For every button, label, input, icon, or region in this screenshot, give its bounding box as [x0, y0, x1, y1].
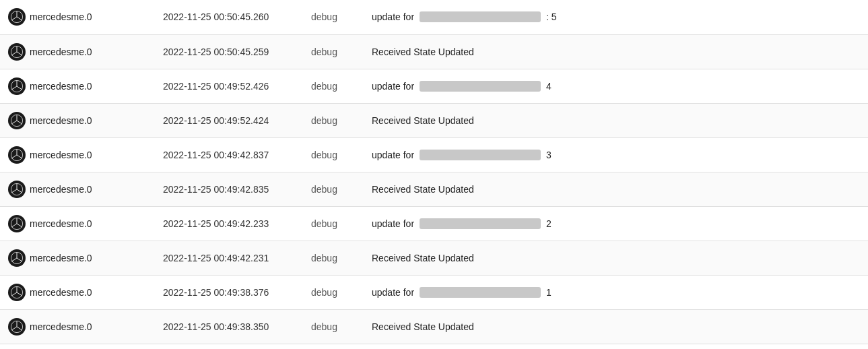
redacted-content — [420, 81, 541, 92]
table-row: mercedesme.02022-11-25 00:49:38.350debug… — [0, 309, 868, 344]
source-label: mercedesme.0 — [30, 218, 92, 229]
table-row: mercedesme.02022-11-25 00:49:42.233debug… — [0, 206, 868, 241]
timestamp-cell: 2022-11-25 00:49:52.426 — [155, 69, 303, 103]
svg-line-14 — [11, 121, 17, 124]
source-cell: mercedesme.0 — [0, 0, 155, 34]
mercedes-icon — [8, 112, 26, 129]
redacted-content — [420, 218, 541, 229]
redacted-content — [420, 287, 541, 298]
svg-line-26 — [11, 224, 17, 227]
source-cell: mercedesme.0 — [0, 34, 155, 69]
table-row: mercedesme.02022-11-25 00:49:42.835debug… — [0, 172, 868, 206]
source-label: mercedesme.0 — [30, 253, 92, 263]
message-text: Received State Updated — [372, 115, 474, 126]
timestamp-cell: 2022-11-25 00:49:38.350 — [155, 309, 303, 344]
mercedes-icon — [8, 215, 26, 232]
source-label: mercedesme.0 — [30, 150, 92, 160]
message-text: update for — [372, 287, 414, 298]
source-cell: S shelly.0 — [0, 344, 155, 349]
table-row: mercedesme.02022-11-25 00:50:45.260debug… — [0, 0, 868, 34]
redacted-content — [420, 150, 541, 160]
svg-line-27 — [17, 224, 22, 227]
mercedes-icon — [8, 43, 26, 61]
table-row: mercedesme.02022-11-25 00:49:42.837debug… — [0, 137, 868, 172]
message-suffix: 3 — [546, 150, 552, 160]
level-cell: debug — [303, 137, 364, 172]
svg-line-18 — [11, 155, 17, 158]
source-label: mercedesme.0 — [30, 115, 92, 126]
level-cell: debug — [303, 69, 364, 103]
table-row: mercedesme.02022-11-25 00:49:52.426debug… — [0, 69, 868, 103]
level-cell: debug — [303, 172, 364, 206]
message-text: Received State Updated — [372, 46, 474, 57]
svg-line-7 — [17, 52, 22, 55]
mercedes-icon — [8, 181, 26, 198]
source-cell: mercedesme.0 — [0, 206, 155, 241]
message-cell: Received State Updated — [364, 34, 868, 69]
svg-line-38 — [11, 327, 17, 330]
message-text: update for — [372, 11, 414, 22]
source-cell: mercedesme.0 — [0, 275, 155, 309]
table-row: mercedesme.02022-11-25 00:50:45.259debug… — [0, 34, 868, 69]
level-cell: debug — [303, 241, 364, 275]
message-text: Received State Updated — [372, 184, 474, 195]
timestamp-cell: 2022-11-25 00:50:45.259 — [155, 34, 303, 69]
source-label: mercedesme.0 — [30, 81, 92, 92]
timestamp-cell: 2022-11-25 00:50:45.260 — [155, 0, 303, 34]
level-cell: debug — [303, 34, 364, 69]
source-cell: mercedesme.0 — [0, 172, 155, 206]
svg-line-35 — [17, 292, 22, 296]
source-label: mercedesme.0 — [30, 46, 92, 57]
timestamp-cell: 2022-11-25 00:49:42.837 — [155, 137, 303, 172]
svg-line-39 — [17, 327, 22, 330]
svg-line-3 — [17, 17, 22, 20]
timestamp-cell: 2022-11-25 00:49:42.231 — [155, 241, 303, 275]
message-cell: Received State Updated — [364, 309, 868, 344]
table-row: mercedesme.02022-11-25 00:49:42.231debug… — [0, 241, 868, 275]
mercedes-icon — [8, 8, 26, 26]
svg-line-10 — [11, 86, 17, 90]
message-cell: update for2 — [364, 206, 868, 241]
message-cell: Received State Updated — [364, 103, 868, 137]
svg-line-23 — [17, 189, 22, 193]
timestamp-cell: 2022-11-25 00:49:38.376 — [155, 275, 303, 309]
level-cell: debug — [303, 309, 364, 344]
svg-line-22 — [11, 189, 17, 193]
log-table: mercedesme.02022-11-25 00:50:45.260debug… — [0, 0, 868, 349]
message-text: Received State Updated — [372, 253, 474, 263]
mercedes-icon — [8, 77, 26, 95]
source-cell: mercedesme.0 — [0, 241, 155, 275]
source-cell: mercedesme.0 — [0, 309, 155, 344]
mercedes-icon — [8, 318, 26, 336]
level-cell: info — [303, 344, 364, 349]
level-cell: debug — [303, 206, 364, 241]
message-suffix: : 5 — [546, 11, 557, 22]
table-row: S shelly.02022-11-25 00:49:16.470info[MQ… — [0, 344, 868, 349]
svg-line-15 — [17, 121, 22, 124]
message-cell: update for1 — [364, 275, 868, 309]
message-text: update for — [372, 81, 414, 92]
svg-line-19 — [17, 155, 22, 158]
timestamp-cell: 2022-11-25 00:49:42.233 — [155, 206, 303, 241]
level-cell: debug — [303, 275, 364, 309]
message-suffix: 4 — [546, 81, 552, 92]
table-row: mercedesme.02022-11-25 00:49:52.424debug… — [0, 103, 868, 137]
source-label: mercedesme.0 — [30, 321, 92, 332]
message-cell: update for3 — [364, 137, 868, 172]
timestamp-cell: 2022-11-25 00:49:42.835 — [155, 172, 303, 206]
source-cell: mercedesme.0 — [0, 69, 155, 103]
mercedes-icon — [8, 284, 26, 301]
svg-line-11 — [17, 86, 22, 90]
message-cell: update for4 — [364, 69, 868, 103]
mercedes-icon — [8, 249, 26, 267]
source-label: mercedesme.0 — [30, 287, 92, 298]
svg-line-30 — [11, 258, 17, 261]
message-suffix: 1 — [546, 287, 552, 298]
message-text: update for — [372, 150, 414, 160]
message-cell: Received State Updated — [364, 172, 868, 206]
timestamp-cell: 2022-11-25 00:49:52.424 — [155, 103, 303, 137]
redacted-content — [420, 11, 541, 22]
message-cell: [MQTT] Device with client id '... — [364, 344, 868, 349]
svg-line-31 — [17, 258, 22, 261]
timestamp-cell: 2022-11-25 00:49:16.470 — [155, 344, 303, 349]
